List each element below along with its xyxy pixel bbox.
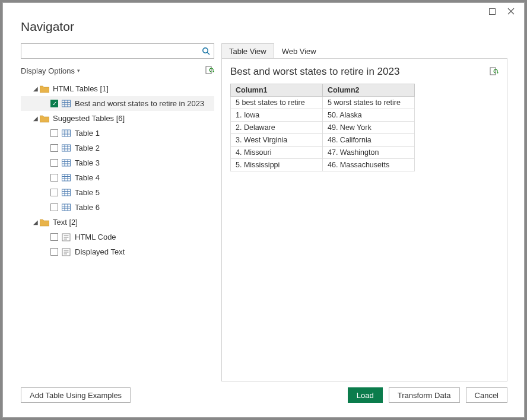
load-button[interactable]: Load — [348, 387, 383, 403]
svg-rect-27 — [62, 174, 71, 181]
close-button[interactable] — [503, 5, 519, 17]
table-cell: 5. Mississippi — [231, 159, 323, 171]
table-cell: 48. California — [323, 134, 415, 147]
preview-pane: Best and worst states to retire in 2023 … — [221, 59, 507, 381]
table-cell: 5 best states to retire — [231, 97, 323, 109]
item-label: Best and worst states to retire in 2023 — [75, 99, 204, 108]
display-options-label: Display Options — [21, 66, 75, 75]
checkbox[interactable] — [50, 203, 58, 211]
item-label: Table 3 — [75, 158, 100, 167]
table-cell: 46. Massachusetts — [323, 159, 415, 171]
table-cell: 3. West Virginia — [231, 134, 323, 147]
column-header[interactable]: Column1 — [231, 84, 323, 97]
item-label: Table 1 — [75, 129, 100, 138]
tree-group[interactable]: ◢Text [2] — [21, 215, 214, 230]
tree-item[interactable]: ·Table 6 — [21, 200, 214, 215]
item-label: Displayed Text — [75, 247, 125, 256]
tree-item[interactable]: ·Table 1 — [21, 126, 214, 141]
expand-icon[interactable]: ◢ — [31, 85, 40, 92]
item-label: Table 2 — [75, 144, 100, 152]
table-row[interactable]: 1. Iowa50. Alaska — [231, 109, 415, 122]
table-row[interactable]: 2. Delaware49. New York — [231, 122, 415, 134]
svg-rect-7 — [62, 100, 71, 107]
tree-group[interactable]: ◢HTML Tables [1] — [21, 81, 214, 96]
tree-item[interactable]: ·Table 3 — [21, 155, 214, 170]
item-label: Table 4 — [75, 173, 100, 182]
tree-item[interactable]: ·✓Best and worst states to retire in 202… — [21, 96, 214, 111]
dialog-title: Navigator — [21, 20, 74, 34]
item-label: Table 6 — [75, 203, 100, 212]
table-cell: 47. Washington — [323, 147, 415, 159]
svg-rect-0 — [489, 8, 495, 14]
cancel-button[interactable]: Cancel — [466, 387, 507, 403]
tree-group[interactable]: ◢Suggested Tables [6] — [21, 111, 214, 126]
table-cell: 1. Iowa — [231, 109, 323, 122]
table-row[interactable]: 5. Mississippi46. Massachusetts — [231, 159, 415, 171]
display-options-dropdown[interactable]: Display Options ▾ — [21, 66, 80, 75]
checkbox[interactable]: ✓ — [50, 100, 58, 107]
preview-table: Column1Column2 5 best states to retire5 … — [230, 84, 415, 171]
search-box[interactable] — [21, 43, 214, 59]
table-row[interactable]: 5 best states to retire5 worst states to… — [231, 97, 415, 109]
svg-rect-50 — [490, 68, 496, 75]
svg-rect-22 — [62, 160, 71, 166]
view-tabs: Table View Web View — [221, 43, 507, 59]
table-cell: 4. Missouri — [231, 147, 323, 159]
item-label: Table 5 — [75, 188, 100, 197]
dialog-footer: Add Table Using Examples Load Transform … — [21, 386, 507, 404]
expand-icon[interactable]: ◢ — [31, 219, 40, 225]
tree-item[interactable]: ·Table 5 — [21, 185, 214, 200]
checkbox[interactable] — [50, 144, 58, 152]
tab-web-view[interactable]: Web View — [274, 43, 324, 58]
svg-line-4 — [207, 52, 209, 55]
svg-marker-6 — [212, 71, 214, 72]
group-label: HTML Tables [1] — [53, 84, 109, 93]
table-row[interactable]: 4. Missouri47. Washington — [231, 147, 415, 159]
search-input[interactable] — [25, 44, 202, 58]
transform-data-button[interactable]: Transform Data — [389, 387, 460, 403]
svg-rect-32 — [62, 189, 71, 196]
left-panel: Display Options ▾ ◢HTML Tables [1]·✓Best… — [21, 43, 214, 381]
chevron-down-icon: ▾ — [77, 68, 80, 74]
maximize-button[interactable] — [484, 5, 500, 17]
group-label: Text [2] — [53, 218, 78, 227]
table-cell: 5 worst states to retire — [323, 97, 415, 109]
column-header[interactable]: Column2 — [323, 84, 415, 97]
add-table-examples-button[interactable]: Add Table Using Examples — [21, 387, 131, 403]
checkbox[interactable] — [50, 174, 58, 182]
table-cell: 2. Delaware — [231, 122, 323, 134]
tree-item[interactable]: ·Table 2 — [21, 141, 214, 155]
tree-item[interactable]: ·Table 4 — [21, 170, 214, 185]
checkbox[interactable] — [50, 189, 58, 196]
svg-rect-17 — [62, 145, 71, 151]
group-label: Suggested Tables [6] — [53, 114, 125, 123]
expand-icon[interactable]: ◢ — [31, 115, 40, 122]
right-panel: Table View Web View Best and worst state… — [221, 43, 507, 381]
svg-marker-51 — [497, 72, 499, 74]
preview-title: Best and worst states to retire in 2023 — [230, 66, 399, 78]
refresh-icon[interactable] — [205, 66, 214, 75]
table-cell: 50. Alaska — [323, 109, 415, 122]
svg-rect-12 — [62, 130, 71, 136]
navigator-tree[interactable]: ◢HTML Tables [1]·✓Best and worst states … — [21, 81, 214, 259]
checkbox[interactable] — [50, 248, 58, 256]
table-cell: 49. New York — [323, 122, 415, 134]
refresh-preview-icon[interactable] — [489, 67, 499, 77]
checkbox[interactable] — [50, 159, 58, 167]
item-label: HTML Code — [75, 233, 116, 241]
checkbox[interactable] — [50, 129, 58, 137]
navigator-window: Navigator Display Options ▾ ◢HTML Tables… — [2, 2, 525, 418]
tab-table-view[interactable]: Table View — [221, 43, 274, 58]
svg-rect-37 — [62, 204, 71, 211]
table-row[interactable]: 3. West Virginia48. California — [231, 134, 415, 147]
search-icon[interactable] — [202, 47, 210, 55]
window-controls — [479, 3, 524, 22]
checkbox[interactable] — [50, 233, 58, 241]
svg-rect-5 — [206, 66, 211, 74]
tree-item[interactable]: ·Displayed Text — [21, 244, 214, 259]
tree-item[interactable]: ·HTML Code — [21, 230, 214, 244]
svg-point-3 — [203, 48, 208, 53]
